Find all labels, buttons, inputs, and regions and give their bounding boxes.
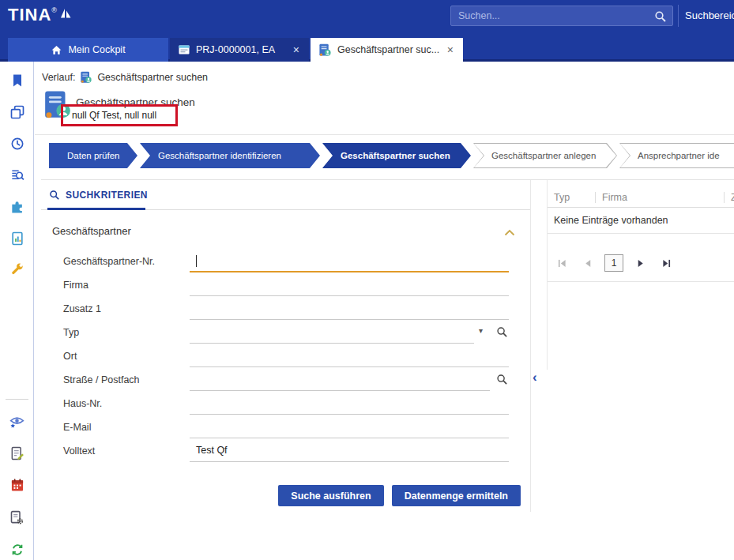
plugin-puzzle-icon — [9, 199, 25, 215]
results-bottom-divider — [548, 281, 734, 282]
field-label: Haus-Nr. — [63, 392, 102, 415]
typ-input[interactable] — [190, 321, 474, 344]
sidebar-copy-button[interactable] — [6, 101, 28, 122]
empty-results-message: Keine Einträge vorhanden — [548, 208, 734, 234]
wizard-step-label: Ansprechpartner ide — [620, 144, 734, 167]
edit-note-icon — [9, 445, 25, 461]
close-icon[interactable]: × — [292, 44, 301, 55]
first-page-icon — [558, 259, 566, 268]
app-root: TINA® Suchbereich Mein Cockpit PRJ-00000… — [0, 0, 734, 560]
wizard-step-identifizieren[interactable]: Geschäftspartner identifizieren — [140, 143, 320, 168]
sidebar-sync-button[interactable] — [6, 539, 28, 560]
tab-geschaeftspartner-suchen[interactable]: Geschäftspartner suc... × — [311, 38, 463, 62]
history-item-link[interactable]: Geschäftspartner suchen — [97, 72, 208, 83]
tab-suchkriterien[interactable]: SUCHKRITERIEN — [49, 190, 148, 201]
e-mail-input[interactable] — [190, 415, 509, 438]
firma-input[interactable] — [190, 273, 509, 296]
form-row: Ort — [41, 344, 530, 368]
breadcrumb: Verlauf: Geschäftspartner suchen — [42, 70, 208, 85]
sail-logo-icon — [60, 7, 72, 20]
column-header-z[interactable]: Z — [725, 192, 734, 203]
last-page-button[interactable] — [657, 254, 676, 272]
tab-mein-cockpit[interactable]: Mein Cockpit — [8, 38, 168, 62]
results-panel: Typ Firma Z Keine Einträge vorhanden 1 — [547, 180, 734, 370]
volltext-input[interactable]: Test Qf — [190, 439, 509, 462]
business-partner-icon — [80, 71, 92, 84]
form-row: Firma — [41, 273, 530, 297]
previous-page-button[interactable] — [578, 254, 597, 272]
sidebar-watchlist-button[interactable] — [6, 411, 28, 432]
collapse-panel-arrow[interactable]: ‹ — [533, 370, 537, 384]
document-settings-icon — [9, 509, 25, 526]
results-table-header: Typ Firma Z — [548, 188, 734, 208]
field-label: Zusatz 1 — [63, 297, 101, 321]
sidebar-calendar-button[interactable] — [6, 474, 28, 495]
project-icon — [178, 43, 190, 56]
global-search-input[interactable] — [451, 6, 672, 25]
wizard-step-label: Geschäftspartner suchen — [323, 144, 470, 167]
form-row: E-Mail — [41, 415, 530, 439]
business-partner-icon — [318, 43, 332, 57]
sidebar-document-settings-button[interactable] — [6, 507, 28, 528]
search-icon — [496, 326, 508, 338]
annotation-box[interactable]: null Qf Test, null null — [61, 104, 178, 126]
form-row: Straße / Postfach — [41, 368, 530, 392]
sidebar-search-list-button[interactable] — [6, 164, 28, 186]
zusatz-1-input[interactable] — [190, 297, 509, 320]
wizard-step-label: Daten prüfen — [50, 144, 137, 167]
history-label: Verlauf: — [42, 72, 75, 83]
form-row: Haus-Nr. — [41, 392, 530, 415]
sidebar-report-button[interactable] — [6, 227, 28, 249]
column-header-typ[interactable]: Typ — [548, 192, 595, 203]
field-label: Geschäftspartner-Nr. — [63, 250, 155, 273]
next-page-button[interactable] — [630, 254, 649, 272]
global-search — [450, 6, 673, 26]
app-logo[interactable]: TINA® — [8, 5, 72, 25]
sidebar-edit-note-button[interactable] — [6, 442, 28, 464]
wizard-step-ansprechpartner[interactable]: Ansprechpartner ide — [619, 143, 734, 168]
field-label: Firma — [63, 273, 88, 297]
previous-page-icon — [584, 259, 593, 268]
typ-lookup-button[interactable] — [496, 326, 508, 338]
sidebar-history-button[interactable] — [6, 133, 28, 154]
field-label: Typ — [63, 321, 79, 344]
field-label: E-Mail — [63, 415, 91, 439]
tab-prj-0000001[interactable]: PRJ-0000001, EA × — [170, 38, 309, 62]
tools-wrench-icon — [9, 262, 25, 278]
calendar-icon — [9, 477, 25, 493]
sidebar-tools-button[interactable] — [6, 259, 28, 280]
icon-sidebar — [0, 62, 34, 560]
history-icon — [9, 136, 25, 152]
current-page-button[interactable]: 1 — [604, 254, 623, 272]
close-icon[interactable]: × — [446, 44, 455, 55]
logo-text: TINA — [8, 5, 51, 25]
strasse-postfach-input[interactable] — [190, 368, 490, 391]
search-criteria-panel: SUCHKRITERIEN Geschäftspartner Geschäfts… — [41, 180, 531, 512]
active-tab-underline — [47, 208, 145, 210]
dropdown-caret-icon[interactable]: ▾ — [479, 327, 483, 335]
column-header-firma[interactable]: Firma — [596, 192, 724, 203]
wizard-step-label: Geschäftspartner identifizieren — [141, 144, 319, 167]
ort-input[interactable] — [190, 344, 509, 367]
search-scope-select[interactable]: Suchbereich — [685, 0, 734, 32]
geschaeftspartner-nr-input[interactable] — [190, 250, 509, 272]
search-icon[interactable] — [654, 10, 667, 23]
tab-label: Mein Cockpit — [68, 44, 125, 55]
haus-nr-input[interactable] — [190, 392, 509, 415]
first-page-button[interactable] — [552, 254, 571, 272]
strasse-lookup-button[interactable] — [496, 374, 508, 385]
copy-icon — [9, 104, 25, 120]
sidebar-plugin-button[interactable] — [6, 196, 28, 217]
datenmenge-ermitteln-button[interactable]: Datenmenge ermitteln — [392, 485, 521, 506]
field-label: Volltext — [63, 439, 95, 463]
wizard-step-daten-pruefen[interactable]: Daten prüfen — [49, 143, 137, 168]
wizard-step-anlegen[interactable]: Geschäftspartner anlegen — [473, 143, 617, 168]
bookmark-icon — [9, 73, 25, 88]
suche-ausfuehren-button[interactable]: Suche ausführen — [278, 485, 383, 506]
collapse-group-chevron-icon[interactable] — [504, 229, 515, 236]
tab-bar: Mein Cockpit PRJ-0000001, EA × Geschäfts… — [0, 32, 734, 62]
sidebar-bookmarks-button[interactable] — [6, 70, 28, 91]
form-buttons: Suche ausführen Datenmenge ermitteln — [41, 485, 521, 506]
report-document-icon — [9, 231, 25, 246]
wizard-step-suchen[interactable]: Geschäftspartner suchen — [322, 143, 471, 168]
